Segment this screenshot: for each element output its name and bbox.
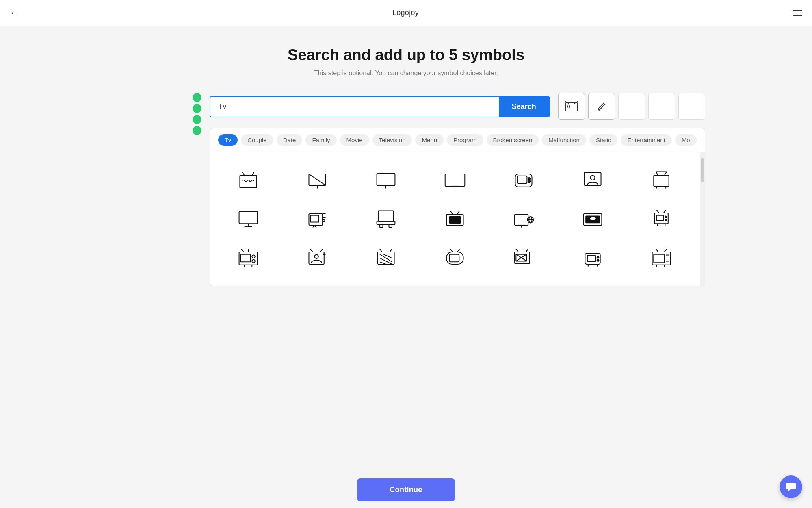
tv-small-icon — [564, 99, 579, 114]
svg-rect-45 — [389, 224, 392, 227]
icon-leaf-tv[interactable] — [562, 204, 623, 234]
icon-tv-crossed[interactable] — [493, 243, 554, 274]
tag-family[interactable]: Family — [305, 134, 336, 146]
search-box: Search — [210, 96, 550, 117]
svg-rect-32 — [239, 211, 258, 224]
svg-line-82 — [390, 249, 392, 252]
svg-rect-43 — [377, 221, 395, 224]
icon-globe-tv[interactable] — [493, 204, 554, 234]
app-title: Logojoy — [392, 9, 419, 17]
svg-rect-20 — [517, 176, 527, 184]
icon-person-screen[interactable] — [562, 165, 623, 195]
svg-rect-5 — [240, 176, 257, 188]
svg-line-12 — [309, 174, 325, 185]
dot-2 — [193, 104, 201, 113]
tag-date[interactable]: Date — [277, 134, 303, 146]
svg-line-61 — [664, 210, 666, 213]
tag-entertainment[interactable]: Entertainment — [621, 134, 671, 146]
icon-flat-monitor[interactable] — [355, 165, 416, 195]
icon-monitor-slash[interactable] — [287, 165, 347, 195]
icon-retro-tv-box[interactable] — [287, 204, 347, 234]
icon-retro-tv-controls[interactable] — [631, 243, 691, 274]
search-wrapper: Search — [193, 93, 620, 286]
svg-rect-90 — [449, 254, 459, 262]
icons-scrollbar[interactable] — [700, 152, 705, 286]
tag-menu[interactable]: Menu — [415, 134, 444, 146]
svg-rect-50 — [515, 215, 528, 225]
svg-point-100 — [597, 256, 599, 258]
search-and-results: Search — [210, 93, 705, 286]
svg-line-77 — [320, 249, 323, 252]
svg-point-72 — [252, 260, 255, 263]
tag-filters: TvCoupleDateFamilyMovieTelevisionMenuPro… — [210, 128, 705, 152]
svg-line-89 — [457, 249, 459, 252]
pencil-icon — [596, 101, 607, 112]
tag-television[interactable]: Television — [372, 134, 412, 146]
icon-person-portrait-tv[interactable] — [287, 243, 347, 274]
symbol-slot-5[interactable] — [678, 93, 705, 120]
logo-dots — [193, 93, 201, 135]
svg-rect-107 — [654, 254, 664, 263]
svg-rect-16 — [445, 174, 465, 186]
symbol-slot-3[interactable] — [618, 93, 645, 120]
tag-broken-screen[interactable]: Broken screen — [487, 134, 539, 146]
symbol-slot-2[interactable] — [588, 93, 615, 120]
svg-rect-62 — [657, 215, 664, 221]
svg-line-68 — [241, 249, 244, 252]
search-input[interactable] — [210, 97, 499, 117]
search-area: Search — [210, 93, 705, 120]
tag-movie[interactable]: Movie — [340, 134, 369, 146]
svg-rect-36 — [310, 215, 319, 222]
tag-static[interactable]: Static — [589, 134, 618, 146]
svg-rect-70 — [241, 254, 251, 262]
icon-old-tv-outline[interactable] — [562, 243, 623, 274]
svg-point-21 — [528, 178, 531, 180]
svg-point-64 — [665, 219, 667, 221]
icon-tv-wavy[interactable] — [218, 165, 279, 195]
svg-point-101 — [597, 259, 599, 261]
tag-mo[interactable]: Mo — [675, 134, 697, 146]
svg-line-106 — [664, 249, 667, 252]
svg-line-105 — [656, 249, 658, 252]
tag-program[interactable]: Program — [447, 134, 483, 146]
tag-tv[interactable]: Tv — [218, 134, 238, 146]
symbol-slot-1[interactable] — [558, 93, 585, 120]
svg-point-24 — [590, 176, 595, 180]
icons-panel — [210, 152, 705, 286]
dot-4 — [193, 126, 201, 135]
dot-1 — [193, 93, 201, 102]
chat-button[interactable] — [780, 475, 802, 498]
menu-button[interactable] — [793, 10, 802, 16]
svg-line-3 — [604, 103, 605, 104]
svg-line-7 — [252, 172, 255, 175]
tag-malfunction[interactable]: Malfunction — [542, 134, 586, 146]
back-button[interactable]: ← — [10, 8, 19, 18]
icon-tv-antenna-center[interactable] — [424, 204, 485, 234]
page-title: Search and add up to 5 symbols — [193, 46, 620, 64]
svg-line-88 — [450, 249, 453, 252]
svg-rect-79 — [323, 254, 325, 255]
icon-wide-monitor[interactable] — [424, 165, 485, 195]
scrollbar-thumb — [701, 158, 704, 182]
icon-old-tv-antenna[interactable] — [631, 165, 691, 195]
svg-rect-99 — [587, 255, 595, 261]
icon-tv-static[interactable] — [355, 243, 416, 274]
continue-button[interactable]: Continue — [357, 478, 455, 501]
svg-rect-13 — [377, 173, 395, 185]
icon-monitor-stand[interactable] — [218, 204, 279, 234]
svg-rect-26 — [654, 176, 669, 186]
app-header: ← Logojoy — [0, 0, 812, 26]
icon-rounded-retro-tv[interactable] — [424, 243, 485, 274]
search-button[interactable]: Search — [499, 97, 549, 117]
chat-icon — [785, 481, 797, 493]
svg-point-22 — [528, 180, 531, 182]
tag-couple[interactable]: Couple — [241, 134, 273, 146]
svg-line-93 — [526, 249, 528, 252]
icon-tv-shelf[interactable] — [355, 204, 416, 234]
icon-vintage-tv-dial[interactable] — [218, 243, 279, 274]
icon-small-retro-tv[interactable] — [631, 204, 691, 234]
symbol-slot-4[interactable] — [648, 93, 675, 120]
icon-retro-tv-round[interactable] — [493, 165, 554, 195]
svg-line-92 — [516, 249, 518, 252]
svg-line-6 — [242, 172, 245, 175]
